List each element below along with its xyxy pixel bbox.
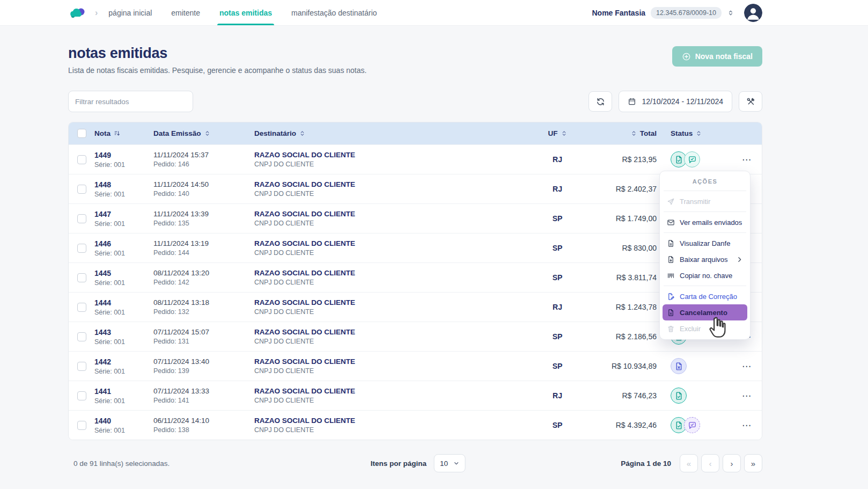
user-avatar[interactable] xyxy=(744,4,762,22)
pagination-prev-button[interactable]: ‹ xyxy=(701,454,719,472)
menu-divider xyxy=(664,191,746,191)
new-invoice-label: Nova nota fiscal xyxy=(695,52,753,61)
destinatario-link[interactable]: RAZAO SOCIAL DO CLIENTE xyxy=(254,269,533,277)
plus-circle-icon xyxy=(682,52,691,61)
destinatario-link[interactable]: RAZAO SOCIAL DO CLIENTE xyxy=(254,180,533,188)
cloud-logo-icon xyxy=(68,6,85,19)
destinatario-link[interactable]: RAZAO SOCIAL DO CLIENTE xyxy=(254,417,533,425)
destinatario-link[interactable]: RAZAO SOCIAL DO CLIENTE xyxy=(254,357,533,366)
destinatario-link[interactable]: RAZAO SOCIAL DO CLIENTE xyxy=(254,210,533,218)
table-header-row: Nota Data Emissão Destinatário UF xyxy=(69,122,762,144)
menu-divider xyxy=(664,232,746,233)
pagination-first-button[interactable]: « xyxy=(680,454,698,472)
row-actions-button[interactable]: ⋯ xyxy=(742,420,752,431)
menu-item-cancelamento[interactable]: Cancelamento xyxy=(663,304,747,320)
row-checkbox[interactable] xyxy=(77,244,86,253)
sort-descending-icon xyxy=(114,130,121,137)
table-row: 1441Série: 001 07/11/2024 13:33Pedido: 1… xyxy=(69,381,762,410)
actions-menu: AÇÕES Transmitir Ver emails enviados Vis… xyxy=(659,171,751,340)
column-header-uf[interactable]: UF xyxy=(533,129,582,137)
destinatario-link[interactable]: RAZAO SOCIAL DO CLIENTE xyxy=(254,328,533,336)
menu-item-baixar-arquivos[interactable]: Baixar arquivos xyxy=(663,251,747,267)
destinatario-link[interactable]: RAZAO SOCIAL DO CLIENTE xyxy=(254,151,533,159)
destinatario-link[interactable]: RAZAO SOCIAL DO CLIENTE xyxy=(254,239,533,247)
menu-divider xyxy=(664,286,746,286)
page-info: Página 1 de 10 xyxy=(621,459,671,468)
refresh-icon xyxy=(596,97,605,106)
chevron-right-icon xyxy=(736,256,743,263)
destinatario-link[interactable]: RAZAO SOCIAL DO CLIENTE xyxy=(254,387,533,395)
row-checkbox[interactable] xyxy=(77,362,86,371)
filter-input[interactable] xyxy=(68,91,193,112)
column-header-data-emissao[interactable]: Data Emissão xyxy=(153,129,254,137)
row-checkbox[interactable] xyxy=(77,332,86,341)
menu-item-copiar-chave[interactable]: Copiar no. chave xyxy=(663,267,747,283)
table-row: 1442Série: 001 07/11/2024 13:40Pedido: 1… xyxy=(69,351,762,381)
menu-item-carta-correcao[interactable]: Carta de Correção xyxy=(663,288,747,304)
row-checkbox[interactable] xyxy=(77,303,86,312)
table-row: 1447Série: 001 11/11/2024 13:39Pedido: 1… xyxy=(69,203,762,233)
trash-icon xyxy=(667,325,675,333)
file-x-icon xyxy=(667,309,675,317)
row-checkbox[interactable] xyxy=(77,185,86,194)
row-actions-button[interactable]: ⋯ xyxy=(742,154,752,165)
nav-item-notas-emitidas[interactable]: notas emitidas xyxy=(219,0,272,25)
table-row: 1440Série: 001 06/11/2024 14:10Pedido: 1… xyxy=(69,410,762,440)
new-invoice-button[interactable]: Nova nota fiscal xyxy=(672,46,762,67)
destinatario-link[interactable]: RAZAO SOCIAL DO CLIENTE xyxy=(254,298,533,306)
menu-item-excluir: Excluir xyxy=(663,320,747,337)
table-row: 1443Série: 001 07/11/2024 15:07Pedido: 1… xyxy=(69,322,762,351)
menu-divider xyxy=(664,211,746,212)
breadcrumb-chevron-icon: › xyxy=(95,0,98,25)
cnpj-badge: 12.345.678/0009-10 xyxy=(651,7,722,19)
column-header-total[interactable]: Total xyxy=(582,129,662,137)
row-checkbox[interactable] xyxy=(77,273,86,282)
nav-item-emitente[interactable]: emitente xyxy=(171,0,200,25)
row-checkbox[interactable] xyxy=(77,421,86,430)
items-per-page-label: Itens por página xyxy=(371,459,426,468)
nav-item-pagina-inicial[interactable]: página inicial xyxy=(108,0,152,25)
top-navbar: › página inicial emitente notas emitidas… xyxy=(0,0,868,26)
sort-chevrons-icon xyxy=(696,130,702,137)
page-subtitle: Lista de notas fiscais emitidas. Pesquis… xyxy=(68,66,366,75)
app-logo[interactable] xyxy=(68,0,85,25)
select-all-checkbox[interactable] xyxy=(77,129,86,138)
actions-menu-title: AÇÕES xyxy=(663,174,747,188)
pagination-last-button[interactable]: » xyxy=(744,454,762,472)
table-settings-button[interactable] xyxy=(739,91,762,112)
menu-item-visualizar-danfe[interactable]: Visualizar Danfe xyxy=(663,235,747,251)
date-range-label: 12/10/2024 - 12/11/2024 xyxy=(642,97,723,106)
status-mensagem-icon[interactable] xyxy=(684,417,700,433)
date-range-button[interactable]: 12/10/2024 - 12/11/2024 xyxy=(619,91,732,112)
row-actions-button[interactable]: ⋯ xyxy=(742,361,752,372)
sort-chevrons-icon xyxy=(561,130,567,137)
sort-chevrons-icon xyxy=(299,130,305,137)
calendar-icon xyxy=(628,97,636,106)
refresh-button[interactable] xyxy=(589,91,612,112)
column-header-status[interactable]: Status xyxy=(662,129,732,137)
table-row: 1446Série: 001 11/11/2024 13:19Pedido: 1… xyxy=(69,233,762,262)
file-edit-icon xyxy=(667,293,675,301)
pagination-next-button[interactable]: › xyxy=(723,454,741,472)
table-row: 1448Série: 001 11/11/2024 14:50Pedido: 1… xyxy=(69,174,762,203)
status-autorizada-icon[interactable] xyxy=(671,388,687,404)
nav-item-manifestacao-destinatario[interactable]: manifestação destinatário xyxy=(291,0,377,25)
page-title: notas emitidas xyxy=(68,45,366,62)
column-header-nota[interactable]: Nota xyxy=(94,129,153,137)
row-checkbox[interactable] xyxy=(77,214,86,223)
status-mensagem-icon[interactable] xyxy=(684,151,700,167)
column-header-destinatario[interactable]: Destinatário xyxy=(254,129,533,137)
table-row: 1445Série: 001 08/11/2024 13:20Pedido: 1… xyxy=(69,262,762,292)
menu-item-ver-emails[interactable]: Ver emails enviados xyxy=(663,214,747,230)
row-checkbox[interactable] xyxy=(77,391,86,400)
menu-item-transmitir: Transmitir xyxy=(663,193,747,209)
main-nav: página inicial emitente notas emitidas m… xyxy=(108,0,377,25)
row-actions-button[interactable]: ⋯ xyxy=(742,390,752,402)
selection-count: 0 de 91 linha(s) selecionadas. xyxy=(73,459,170,468)
items-per-page-select[interactable]: 10 xyxy=(434,454,466,472)
status-cancelada-icon[interactable] xyxy=(671,358,687,374)
table-row: 1449Série: 001 11/11/2024 15:37Pedido: 1… xyxy=(69,144,762,174)
company-switcher-chevron-icon[interactable] xyxy=(727,9,734,17)
chevron-down-icon xyxy=(453,460,460,466)
row-checkbox[interactable] xyxy=(77,155,86,164)
